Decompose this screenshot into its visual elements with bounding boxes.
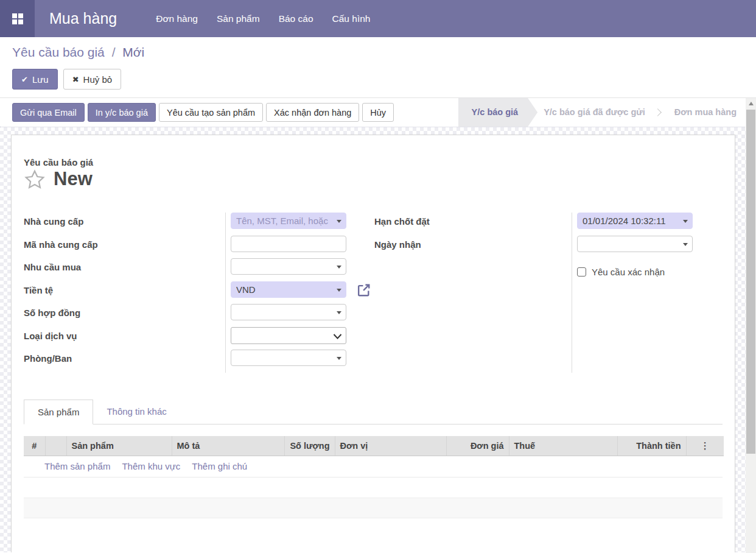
empty-row (24, 477, 723, 498)
receipt-date-input[interactable] (577, 236, 693, 252)
order-deadline-input[interactable] (577, 213, 693, 229)
col-index: # (24, 436, 45, 456)
vertical-scrollbar[interactable] (746, 98, 756, 553)
notebook-tabs: Sản phẩm Thông tin khác (24, 400, 723, 424)
discard-button-label: Huỷ bỏ (83, 74, 113, 85)
apps-menu-button[interactable] (0, 0, 35, 37)
contract-no-input[interactable] (231, 304, 346, 320)
control-panel: Yêu cầu báo giá / Mới ✔ Lưu ✖ Huỷ bỏ (0, 37, 756, 98)
scroll-up-arrow-icon[interactable] (746, 98, 756, 108)
status-step-rfq[interactable]: Y/c báo giá (458, 98, 538, 127)
add-product-link[interactable]: Thêm sản phẩm (44, 461, 110, 471)
vendor-input[interactable] (231, 213, 346, 229)
print-rfq-button[interactable]: In y/c báo giá (88, 103, 156, 122)
label-order-deadline: Hạn chốt đặt (374, 213, 572, 236)
menu-bao-cao[interactable]: Báo cáo (279, 13, 313, 24)
currency-input[interactable] (231, 281, 346, 298)
add-note-link[interactable]: Thêm ghi chú (192, 461, 247, 471)
form-background: Yêu cầu báo giá New Nhà cung cấp Mã nhà … (0, 127, 756, 552)
dropdown-caret-icon[interactable] (337, 220, 341, 225)
dropdown-caret-icon[interactable] (337, 357, 341, 362)
dropdown-caret-icon[interactable] (683, 220, 688, 225)
purchase-need-input[interactable] (231, 258, 346, 275)
chevron-right-icon (654, 108, 662, 116)
dropdown-caret-icon[interactable] (337, 289, 341, 294)
add-line-row: Thêm sản phẩm Thêm khu vực Thêm ghi chú (24, 456, 723, 477)
request-create-product-button[interactable]: Yêu cầu tạo sản phẩm (159, 103, 263, 122)
confirm-request-label: Yêu cầu xác nhận (592, 267, 665, 277)
tab-san-pham[interactable]: Sản phẩm (24, 400, 93, 424)
dropdown-caret-icon[interactable] (337, 266, 341, 271)
form-view: Gửi qua Email In y/c báo giá Yêu cầu tạo… (0, 98, 756, 553)
record-title: New (54, 169, 93, 189)
label-department: Phòng/Ban (24, 350, 225, 373)
app-title: Mua hàng (49, 10, 117, 27)
status-step-purchase-order[interactable]: Đơn mua hàng (668, 98, 743, 127)
order-lines-table: # Sản phẩm Mô tả Số lượng Đơn vị Đơn giá… (24, 436, 723, 519)
status-step-rfq-sent[interactable]: Y/c báo giá đã được gửi (537, 98, 651, 127)
col-handle (45, 436, 66, 456)
dropdown-caret-icon[interactable] (683, 243, 688, 248)
menu-cau-hinh[interactable]: Cấu hình (332, 13, 371, 24)
department-input[interactable] (231, 350, 346, 366)
label-contract-no: Số hợp đồng (24, 304, 225, 327)
col-quantity[interactable]: Số lượng (284, 436, 335, 456)
vendor-code-input[interactable] (231, 236, 346, 252)
breadcrumb-separator: / (112, 45, 116, 59)
dropdown-caret-icon[interactable] (337, 311, 341, 317)
form-sheet: Yêu cầu báo giá New Nhà cung cấp Mã nhà … (11, 135, 735, 552)
save-button-label: Lưu (32, 74, 49, 85)
favorite-star-icon[interactable] (24, 169, 46, 193)
apps-grid-icon (12, 13, 23, 24)
scrollbar-thumb[interactable] (746, 110, 755, 454)
service-type-select[interactable] (231, 327, 346, 344)
tab-thong-tin-khac[interactable]: Thông tin khác (93, 400, 180, 424)
add-section-link[interactable]: Thêm khu vực (122, 461, 180, 471)
menu-don-hang[interactable]: Đơn hàng (156, 13, 198, 24)
col-uom[interactable]: Đơn vị (335, 436, 446, 456)
action-statusbar: Gửi qua Email In y/c báo giá Yêu cầu tạo… (0, 98, 756, 127)
field-group-right: Hạn chốt đặt Ngày nhận (374, 213, 745, 373)
label-vendor: Nhà cung cấp (24, 213, 225, 236)
col-taxes[interactable]: Thuế (509, 436, 617, 456)
discard-button[interactable]: ✖ Huỷ bỏ (63, 69, 121, 90)
top-navbar: Mua hàng Đơn hàng Sản phẩm Báo cáo Cấu h… (0, 0, 756, 37)
breadcrumb-parent[interactable]: Yêu cầu báo giá (12, 45, 105, 59)
label-purchase-need: Nhu cầu mua (24, 258, 225, 281)
col-product[interactable]: Sản phẩm (66, 436, 172, 456)
label-service-type: Loại dịch vụ (24, 327, 225, 350)
check-icon: ✔ (21, 75, 28, 84)
save-button[interactable]: ✔ Lưu (12, 69, 58, 90)
close-icon: ✖ (72, 75, 79, 84)
send-email-button[interactable]: Gửi qua Email (12, 103, 85, 122)
main-menu: Đơn hàng Sản phẩm Báo cáo Cấu hình (156, 13, 370, 24)
optional-columns-icon[interactable]: ⋮ (701, 440, 710, 451)
confirm-request-checkbox[interactable] (577, 267, 586, 276)
cancel-button[interactable]: Hủy (362, 103, 394, 122)
label-currency: Tiền tệ (24, 281, 225, 305)
label-vendor-code: Mã nhà cung cấp (24, 236, 225, 259)
col-subtotal[interactable]: Thành tiền (617, 436, 686, 456)
field-group-left: Nhà cung cấp Mã nhà cung cấp Nhu cầu mua… (24, 213, 365, 373)
external-link-icon[interactable] (356, 283, 371, 300)
label-receipt-date: Ngày nhận (374, 236, 572, 259)
breadcrumb: Yêu cầu báo giá / Mới (12, 45, 756, 60)
statusbar: Y/c báo giá Y/c báo giá đã được gửi Đơn … (458, 98, 743, 127)
col-unit-price[interactable]: Đơn giá (446, 436, 509, 456)
col-description[interactable]: Mô tả (172, 436, 284, 456)
table-header-row: # Sản phẩm Mô tả Số lượng Đơn vị Đơn giá… (24, 436, 724, 456)
confirm-order-button[interactable]: Xác nhận đơn hàng (266, 103, 359, 122)
menu-san-pham[interactable]: Sản phẩm (217, 13, 260, 24)
empty-row-striped (24, 498, 723, 518)
breadcrumb-current: Mới (122, 45, 144, 59)
sheet-subtitle: Yêu cầu báo giá (24, 157, 723, 167)
